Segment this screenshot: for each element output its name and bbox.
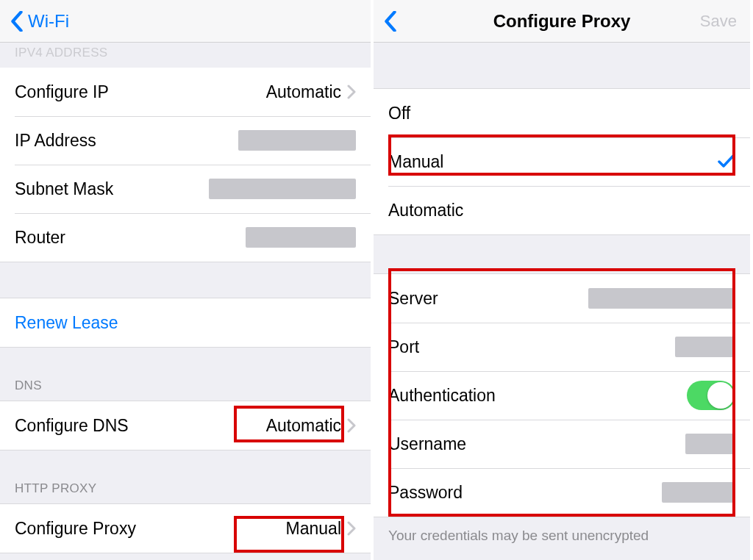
password-value-mask — [662, 482, 735, 503]
username-label: Username — [388, 434, 466, 454]
proxy-option-manual-label: Manual — [388, 152, 443, 172]
configure-ip-row[interactable]: Configure IP Automatic — [0, 68, 371, 116]
configure-proxy-label: Configure Proxy — [15, 519, 136, 539]
configure-ip-value: Automatic — [266, 82, 341, 102]
ip-address-value-mask — [238, 130, 356, 151]
ipv4-header: IPV4 ADDRESS — [0, 46, 371, 68]
authentication-toggle[interactable] — [687, 381, 735, 410]
dns-group: Configure DNS Automatic — [0, 401, 371, 450]
configure-dns-label: Configure DNS — [15, 416, 129, 436]
subnet-mask-label: Subnet Mask — [15, 179, 113, 199]
proxy-option-off-label: Off — [388, 104, 410, 123]
back-button[interactable] — [374, 11, 402, 32]
renew-lease-row[interactable]: Renew Lease — [0, 298, 371, 347]
configure-dns-row[interactable]: Configure DNS Automatic — [0, 401, 371, 450]
wifi-settings-panel: Wi-Fi IPV4 ADDRESS Configure IP Automati… — [0, 0, 374, 560]
back-button-wifi[interactable]: Wi-Fi — [0, 11, 69, 32]
configure-dns-value: Automatic — [266, 416, 341, 436]
router-label: Router — [15, 228, 65, 248]
authentication-row[interactable]: Authentication — [374, 371, 750, 420]
chevron-right-icon — [347, 85, 356, 99]
configure-proxy-row[interactable]: Configure Proxy Manual — [0, 504, 371, 553]
dns-header: DNS — [0, 378, 371, 401]
configure-ip-label: Configure IP — [15, 82, 109, 102]
username-row[interactable]: Username — [374, 420, 750, 468]
server-value-mask — [588, 288, 735, 309]
server-row[interactable]: Server — [374, 274, 750, 323]
renew-lease-label: Renew Lease — [15, 313, 118, 333]
ip-address-row: IP Address — [0, 116, 371, 165]
subnet-mask-value-mask — [209, 179, 356, 199]
right-content: Off Manual Automatic Server Port — [374, 43, 750, 560]
proxy-group: Configure Proxy Manual — [0, 503, 371, 553]
credentials-footnote: Your credentials may be sent unencrypted — [374, 517, 750, 554]
back-label: Wi-Fi — [28, 11, 69, 32]
password-label: Password — [388, 483, 463, 503]
configure-proxy-panel: Configure Proxy Save Off Manual Automati… — [374, 0, 750, 560]
ip-address-label: IP Address — [15, 131, 96, 151]
proxy-mode-group: Off Manual Automatic — [374, 88, 750, 235]
subnet-mask-row: Subnet Mask — [0, 165, 371, 213]
page-title: Configure Proxy — [374, 11, 750, 32]
port-label: Port — [388, 337, 419, 357]
chevron-left-icon — [384, 11, 397, 32]
router-row: Router — [0, 213, 371, 262]
port-row[interactable]: Port — [374, 323, 750, 371]
chevron-right-icon — [347, 521, 356, 536]
proxy-header: HTTP PROXY — [0, 481, 371, 503]
proxy-fields-group: Server Port Authentication Username Pass — [374, 273, 750, 517]
port-value-mask — [675, 337, 735, 357]
renew-lease-group: Renew Lease — [0, 298, 371, 348]
configure-proxy-value: Manual — [286, 519, 341, 539]
save-button[interactable]: Save — [700, 12, 737, 31]
authentication-label: Authentication — [388, 386, 496, 406]
chevron-right-icon — [347, 418, 356, 433]
chevron-left-icon — [10, 11, 24, 32]
router-value-mask — [246, 227, 356, 248]
password-row[interactable]: Password — [374, 468, 750, 517]
proxy-option-off[interactable]: Off — [374, 89, 750, 137]
ipv4-group: Configure IP Automatic IP Address Subnet… — [0, 68, 371, 262]
proxy-option-automatic-label: Automatic — [388, 201, 463, 220]
check-icon — [718, 151, 735, 173]
proxy-option-manual[interactable]: Manual — [374, 137, 750, 186]
username-value-mask — [685, 434, 735, 454]
left-content: IPV4 ADDRESS Configure IP Automatic IP A… — [0, 43, 371, 560]
proxy-option-automatic[interactable]: Automatic — [374, 186, 750, 234]
server-label: Server — [388, 289, 438, 309]
left-navbar: Wi-Fi — [0, 0, 371, 43]
right-navbar: Configure Proxy Save — [374, 0, 750, 43]
